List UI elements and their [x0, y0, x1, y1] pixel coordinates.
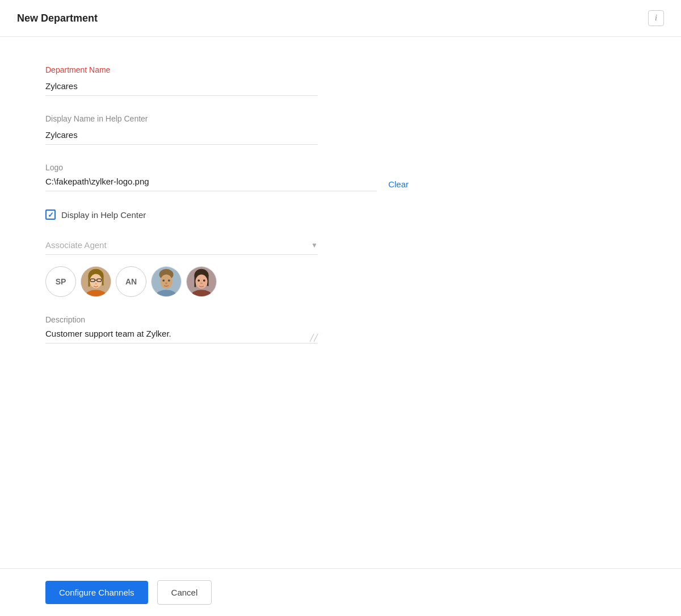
description-label: Description [45, 315, 318, 324]
agents-row: SP [45, 266, 636, 297]
dropdown-arrow-icon: ▼ [311, 241, 318, 249]
configure-channels-button[interactable]: Configure Channels [45, 581, 148, 604]
description-value: Customer support team at Zylker. ╱╱ [45, 329, 318, 343]
dialog-footer: Configure Channels Cancel [0, 568, 681, 616]
info-button[interactable]: i [648, 10, 664, 26]
svg-point-22 [197, 279, 200, 282]
agent-avatar-an[interactable]: AN [116, 266, 146, 297]
svg-point-14 [168, 279, 170, 282]
svg-point-4 [90, 274, 102, 288]
clear-button[interactable]: Clear [388, 179, 409, 189]
svg-rect-3 [102, 275, 104, 285]
logo-row: C:\fakepath\zylker-logo.png Clear [45, 177, 409, 191]
display-help-center-checkbox[interactable] [45, 209, 56, 220]
display-name-field: Display Name in Help Center [45, 114, 636, 145]
svg-point-15 [165, 282, 167, 284]
department-name-label: Department Name [45, 65, 636, 74]
svg-point-24 [200, 282, 203, 284]
svg-rect-2 [89, 275, 90, 286]
agent-avatar-2[interactable] [151, 266, 182, 297]
display-name-label: Display Name in Help Center [45, 114, 636, 123]
agent-photo-3-svg [187, 266, 216, 297]
cancel-button[interactable]: Cancel [157, 580, 212, 605]
logo-label: Logo [45, 163, 636, 172]
svg-point-8 [95, 283, 97, 284]
agent-initials-an: AN [125, 277, 137, 286]
dialog-header: New Department i [0, 0, 681, 37]
dialog-title: New Department [17, 12, 98, 24]
description-field: Description Customer support team at Zyl… [45, 315, 318, 343]
logo-field: Logo C:\fakepath\zylker-logo.png Clear [45, 163, 636, 191]
form-body: Department Name Display Name in Help Cen… [0, 37, 681, 568]
associate-agent-placeholder: Associate Agent [45, 240, 107, 250]
department-name-field: Department Name [45, 65, 636, 96]
associate-agent-dropdown[interactable]: Associate Agent ▼ [45, 236, 318, 255]
agent-initials-sp: SP [56, 277, 66, 286]
agent-avatar-3[interactable] [186, 266, 217, 297]
svg-point-23 [203, 279, 205, 282]
display-name-input[interactable] [45, 128, 318, 145]
logo-path-value: C:\fakepath\zylker-logo.png [45, 177, 377, 191]
agent-photo-2-svg [152, 266, 181, 297]
agent-avatar-sp[interactable]: SP [45, 266, 76, 297]
agent-avatar-1[interactable] [81, 266, 111, 297]
resize-handle-icon: ╱╱ [310, 334, 318, 342]
svg-point-13 [162, 279, 165, 282]
department-name-input[interactable] [45, 79, 318, 96]
agent-photo-1-svg [81, 266, 111, 297]
display-help-center-row: Display in Help Center [45, 209, 636, 220]
display-help-center-label: Display in Help Center [61, 210, 146, 220]
